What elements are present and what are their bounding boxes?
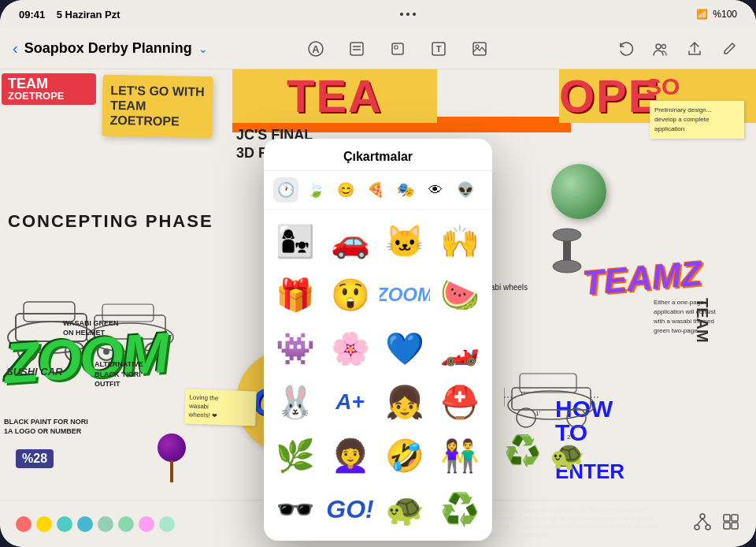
color-teal[interactable]: [57, 516, 72, 532]
color-mint[interactable]: [118, 516, 134, 532]
tea-banner: TEA: [232, 69, 437, 123]
status-time: 09:41 5 Haziran Pzt: [19, 9, 120, 20]
text-tool-button[interactable]: T: [424, 35, 453, 63]
color-green[interactable]: [159, 516, 175, 532]
nav-bar: ‹ Soapbox Derby Planning ⌄ A: [0, 28, 756, 69]
measurement-text-3: 2'6: [567, 434, 575, 441]
bottom-right-tools: [693, 512, 740, 535]
svg-point-28: [553, 229, 581, 241]
alien-tab[interactable]: 👽: [453, 177, 478, 203]
pencil-edit-button[interactable]: [715, 35, 743, 63]
percent-badge: %28: [16, 449, 54, 468]
sticker-hands[interactable]: 🙌: [435, 216, 485, 266]
eyes-tab[interactable]: 👁: [423, 177, 448, 203]
recent-tab[interactable]: 🕐: [273, 177, 298, 203]
grid-button[interactable]: [721, 512, 740, 535]
color-sage[interactable]: [98, 516, 113, 532]
sticker-blonde[interactable]: GO!: [325, 484, 376, 534]
teamz-graffiti-text: TEAMZ: [581, 253, 703, 303]
sticky-note: LET'S GO WITH TEAM ZOETROPE: [102, 75, 213, 138]
undo-button[interactable]: [611, 35, 639, 63]
car-right-sketch: [504, 350, 598, 429]
share-button[interactable]: [680, 35, 709, 63]
svg-point-39: [695, 525, 699, 530]
svg-point-12: [662, 44, 666, 48]
sticker-laughing[interactable]: 🤣: [380, 430, 430, 481]
svg-rect-2: [350, 43, 363, 55]
sticker-woman[interactable]: 👩‍🦱: [325, 430, 376, 481]
svg-rect-45: [724, 523, 730, 529]
upload-tool-button[interactable]: [384, 35, 412, 63]
sticker-plant[interactable]: 🌿: [270, 430, 321, 481]
food-tab[interactable]: 🍕: [363, 177, 388, 203]
ipad-frame: 09:41 5 Haziran Pzt 📶 %100 ‹ Soapbox Der…: [0, 0, 756, 547]
sticker-grade[interactable]: A+: [325, 377, 376, 427]
nav-left: ‹ Soapbox Derby Planning ⌄: [13, 39, 209, 58]
color-yellow[interactable]: [36, 516, 52, 532]
sticker-gift[interactable]: 🎁: [270, 270, 321, 320]
nav-right-tools: [586, 35, 743, 63]
concepting-phase-text: CONCEPTING PHASE: [8, 211, 213, 232]
sticker-bunny[interactable]: 🐰: [270, 377, 321, 427]
emoji-tab[interactable]: 😊: [333, 177, 358, 203]
sticker-race-car[interactable]: 🏎️: [435, 323, 485, 374]
sticker-grid: 👩‍👧 🚗 🐱 🙌 🎁 😲 ZOOM 🍉 👾 🌸 💙 🏎️ 🐰: [264, 210, 492, 541]
tea-banner-text: TEA: [287, 73, 383, 119]
nav-center-tools: A: [209, 35, 586, 63]
wifi-icon: 📶: [696, 9, 708, 20]
sticker-recycle[interactable]: ♻️: [435, 484, 485, 534]
color-red[interactable]: [16, 516, 32, 532]
green-ball: [551, 164, 606, 219]
sticker-sunglasses[interactable]: 🕶️: [270, 484, 321, 534]
turtle-sticker: 🐢: [550, 439, 585, 472]
color-swatches: [16, 516, 175, 532]
back-button[interactable]: ‹: [13, 39, 18, 58]
zoetrope-label: ZOETROPE: [8, 91, 90, 102]
sticker-monster[interactable]: 👾: [270, 323, 321, 374]
document-tool-button[interactable]: [343, 35, 371, 63]
sticker-helmet[interactable]: ⛑️: [435, 377, 485, 427]
page-title: Soapbox Derby Planning: [24, 40, 192, 57]
title-chevron-icon[interactable]: ⌄: [198, 43, 208, 55]
battery-text: %100: [713, 9, 737, 20]
recycle-icon: ♻️: [504, 434, 541, 468]
sticker-panel: Çıkartmalar 🕐 🍃 😊 🍕 🎭 👁 👽 👩‍👧 🚗 🐱: [264, 139, 492, 541]
color-blue[interactable]: [77, 516, 93, 532]
svg-rect-44: [732, 515, 738, 521]
svg-point-11: [656, 44, 661, 49]
svg-rect-32: [520, 374, 576, 393]
sticker-watermelon[interactable]: 🍉: [435, 270, 485, 320]
status-dots: [400, 13, 416, 16]
svg-line-42: [702, 519, 708, 525]
wasabi-green-text: WASABI GREENON HELMET: [63, 318, 119, 338]
image-tool-button[interactable]: [465, 35, 494, 63]
sticker-surprised[interactable]: 😲: [325, 270, 376, 320]
svg-rect-6: [395, 46, 398, 49]
loving-sticky-note: Loving thewasabiwheels! ❤: [184, 389, 256, 426]
team-name-box: TEAM ZOETROPE: [2, 73, 96, 105]
annotation-tool-button[interactable]: A: [302, 35, 330, 63]
hierarchy-button[interactable]: [693, 512, 712, 535]
sticker-zoom[interactable]: ZOOM: [380, 270, 430, 320]
sticker-flower[interactable]: 🌸: [325, 323, 376, 374]
black-paint-text: BLACK PAINT FOR NORI1A LOGO OR NUMBER: [4, 417, 88, 437]
sticker-girl[interactable]: 👧: [380, 377, 430, 427]
status-right: 📶 %100: [696, 9, 737, 20]
svg-point-38: [700, 514, 705, 519]
dot-1: [400, 13, 403, 16]
week-note: Preliminary design...develop a completea…: [650, 101, 744, 139]
svg-line-41: [697, 519, 702, 525]
svg-rect-9: [473, 43, 486, 55]
sticker-turtle[interactable]: 🐢: [380, 484, 430, 534]
sticker-couple[interactable]: 👫: [435, 430, 485, 481]
sticky-note-text: LET'S GO WITH TEAM ZOETROPE: [110, 83, 206, 130]
sticker-red-car[interactable]: 🚗: [325, 216, 376, 266]
sticker-cat[interactable]: 🐱: [380, 216, 430, 266]
sticker-family[interactable]: 👩‍👧: [270, 216, 321, 266]
canvas-content: TEAM ZOETROPE LET'S GO WITH TEAM ZOETROP…: [0, 69, 756, 547]
face-tab[interactable]: 🎭: [393, 177, 418, 203]
users-button[interactable]: [646, 35, 674, 63]
color-pink[interactable]: [139, 516, 154, 532]
nature-tab[interactable]: 🍃: [303, 177, 328, 203]
sticker-heart[interactable]: 💙: [380, 323, 430, 374]
